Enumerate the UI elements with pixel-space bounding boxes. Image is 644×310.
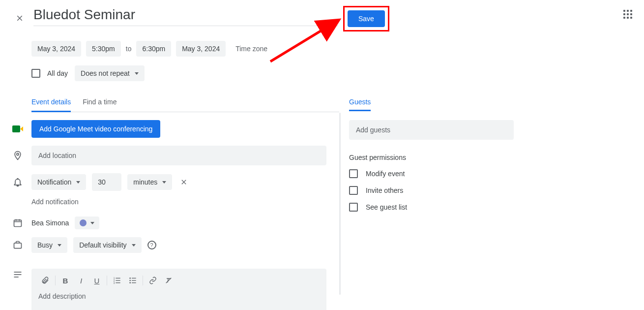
save-button[interactable]: Save: [348, 10, 385, 27]
location-input[interactable]: [31, 146, 326, 165]
start-time-chip[interactable]: 5:30pm: [86, 41, 121, 57]
calendar-color-picker[interactable]: [75, 217, 99, 229]
event-title-input[interactable]: [33, 7, 338, 23]
availability-label: Busy: [37, 241, 53, 249]
briefcase-icon: [12, 239, 24, 251]
description-icon: [12, 269, 24, 280]
svg-point-16: [129, 278, 131, 279]
repeat-dropdown[interactable]: Does not repeat: [75, 65, 145, 81]
repeat-label: Does not repeat: [81, 69, 130, 77]
bulleted-list-icon[interactable]: [126, 274, 140, 287]
chevron-down-icon: [90, 222, 94, 224]
see-guest-list-label: See guest list: [366, 203, 407, 211]
chevron-down-icon: [135, 72, 139, 75]
calendar-icon: [12, 217, 24, 229]
bell-icon: [12, 176, 24, 188]
attach-icon[interactable]: [38, 274, 52, 287]
underline-icon[interactable]: U: [90, 274, 104, 287]
location-icon: [12, 150, 24, 161]
availability-dropdown[interactable]: Busy: [31, 237, 67, 253]
remove-notification-icon[interactable]: [178, 176, 190, 188]
notification-unit-label: minutes: [133, 178, 157, 186]
google-apps-icon[interactable]: [623, 10, 633, 20]
google-meet-icon: [12, 123, 24, 135]
description-placeholder: Add description: [31, 292, 326, 300]
svg-point-18: [129, 280, 131, 281]
description-box[interactable]: B I U 123: [31, 269, 326, 310]
modify-event-label: Modify event: [366, 170, 405, 178]
timezone-link[interactable]: Time zone: [235, 45, 267, 53]
add-google-meet-button[interactable]: Add Google Meet video conferencing: [31, 120, 160, 138]
allday-label: All day: [47, 69, 68, 77]
chevron-down-icon: [132, 244, 136, 247]
italic-icon[interactable]: I: [74, 274, 88, 287]
description-toolbar: B I U 123: [31, 269, 326, 292]
svg-text:3: 3: [114, 282, 115, 284]
add-guests-input[interactable]: [349, 120, 514, 140]
start-date-chip[interactable]: May 3, 2024: [31, 41, 81, 57]
add-notification-link[interactable]: Add notification: [31, 198, 79, 206]
notification-value-input[interactable]: [92, 173, 121, 191]
tab-find-time[interactable]: Find a time: [83, 98, 117, 112]
help-icon[interactable]: ?: [147, 241, 156, 249]
calendar-color-dot: [80, 219, 87, 226]
chevron-down-icon: [76, 181, 80, 184]
end-date-chip[interactable]: May 3, 2024: [176, 41, 226, 57]
visibility-label: Default visibility: [79, 241, 126, 249]
svg-rect-2: [14, 220, 22, 226]
invite-others-label: Invite others: [366, 186, 403, 194]
guests-tab[interactable]: Guests: [349, 98, 526, 111]
notification-unit-dropdown[interactable]: minutes: [127, 174, 172, 190]
svg-point-1: [17, 153, 19, 155]
visibility-dropdown[interactable]: Default visibility: [73, 237, 141, 253]
notification-type-dropdown[interactable]: Notification: [31, 174, 86, 190]
guest-permissions-title: Guest permissions: [349, 154, 526, 161]
modify-event-checkbox[interactable]: [349, 169, 358, 178]
numbered-list-icon[interactable]: 123: [110, 274, 124, 287]
bold-icon[interactable]: B: [59, 274, 72, 287]
save-button-highlight: Save: [343, 6, 389, 31]
clear-formatting-icon[interactable]: [162, 274, 176, 287]
to-label: to: [126, 45, 132, 53]
allday-checkbox[interactable]: [31, 69, 40, 78]
owner-name: Bea Simona: [31, 219, 69, 227]
link-icon[interactable]: [146, 274, 160, 287]
svg-rect-6: [14, 243, 22, 248]
guests-header: Guests: [349, 98, 371, 111]
see-guest-list-checkbox[interactable]: [349, 203, 358, 212]
scroll-indicator: [339, 113, 341, 295]
svg-point-20: [129, 282, 131, 283]
close-icon[interactable]: [14, 12, 26, 24]
chevron-down-icon: [58, 244, 61, 247]
notification-type-label: Notification: [37, 178, 71, 186]
end-time-chip[interactable]: 6:30pm: [136, 41, 171, 57]
chevron-down-icon: [162, 181, 166, 184]
tab-event-details[interactable]: Event details: [31, 98, 71, 112]
invite-others-checkbox[interactable]: [349, 186, 358, 195]
